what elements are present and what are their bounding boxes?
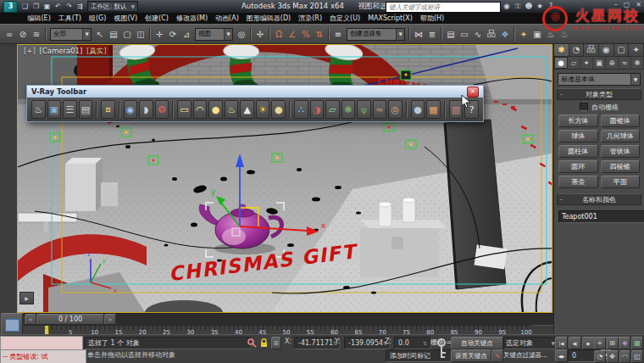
default-tangent-icon[interactable]: ∿: [491, 349, 503, 362]
select-object-icon[interactable]: ↖: [93, 27, 107, 41]
category-space-warps[interactable]: ≈: [619, 57, 631, 69]
select-and-rotate-icon[interactable]: ⟳: [166, 27, 180, 41]
schematic-view-icon[interactable]: 品: [485, 27, 498, 41]
use-pivot-point-center-icon[interactable]: ◎: [235, 27, 248, 41]
vray-rect-light-icon[interactable]: ▭: [177, 100, 192, 119]
menu-item-0[interactable]: 编辑(E): [24, 14, 54, 23]
render-iterative-icon[interactable]: ♨: [558, 27, 571, 41]
vray-asset-lister-icon[interactable]: ☰: [63, 100, 77, 119]
plane-button[interactable]: 平面: [601, 176, 641, 188]
camera-viewport[interactable]: CHRISMAS GIFT: [17, 44, 552, 313]
3dsmax-logo-icon[interactable]: 3: [3, 1, 18, 13]
zoom-extents-icon[interactable]: ◈: [619, 337, 631, 349]
link-scene-icon[interactable]: ⇶: [75, 3, 85, 10]
auto-key-button[interactable]: 自动关键点: [451, 337, 503, 349]
maxscript-mini-listener-input[interactable]: [0, 336, 83, 350]
search-communities-icon[interactable]: ◉: [502, 2, 512, 10]
category-systems[interactable]: ❋: [631, 57, 644, 69]
vray-dome-light-icon[interactable]: ◠: [193, 100, 208, 119]
tab-modify[interactable]: ◔: [569, 42, 585, 56]
zoom-all-icon[interactable]: ⊞: [607, 337, 619, 349]
z-coord-field[interactable]: 0.0⇅: [394, 337, 431, 349]
vray-toolbar-titlebar[interactable]: V-Ray Toolbar ✕: [27, 86, 483, 98]
redo-icon[interactable]: ↷: [64, 3, 74, 10]
window-crossing-icon[interactable]: ◫: [134, 27, 147, 41]
help-icon[interactable]: ?: [546, 2, 556, 10]
vray-hair-icon[interactable]: ≈: [373, 100, 387, 119]
maxscript-mini-listener-output[interactable]: -- 类型错误: 试: [0, 349, 86, 363]
vray-framebuffer-icon[interactable]: ▣: [47, 100, 62, 119]
menu-item-8[interactable]: 渲染(R): [295, 14, 326, 23]
graphite-ribbon-icon[interactable]: ▭: [458, 27, 471, 41]
keyhelp-icon[interactable]: ⚿: [513, 2, 523, 11]
vray-fur-icon[interactable]: ❋: [341, 100, 356, 119]
cylinder-button[interactable]: 圆柱体: [558, 145, 598, 158]
menu-item-10[interactable]: MAXScript(X): [364, 14, 417, 22]
menu-item-3[interactable]: 视图(V): [110, 14, 142, 23]
curve-editor-icon[interactable]: ∿: [471, 27, 485, 41]
name-color-rollout[interactable]: - 名称和颜色: [557, 193, 641, 205]
next-frame-slider-button[interactable]: >: [104, 314, 116, 325]
menu-item-6[interactable]: 动画(A): [212, 14, 243, 23]
menu-item-9[interactable]: 自定义(U): [326, 14, 364, 23]
box-button[interactable]: 长方体: [558, 114, 598, 127]
viewport-shading-mode[interactable]: [真实]: [86, 47, 107, 55]
tube-button[interactable]: 管状体: [601, 145, 641, 158]
viewport-menu-expand[interactable]: [+]: [24, 47, 36, 55]
vray-toolbar-settings-icon[interactable]: ▦: [426, 100, 441, 119]
material-editor-icon[interactable]: ❖: [498, 27, 512, 41]
angle-snap-toggle-icon[interactable]: ∠: [286, 27, 299, 41]
percent-snap-toggle-icon[interactable]: %: [299, 27, 313, 41]
open-mini-curve-editor-button[interactable]: [1, 313, 23, 337]
cone-button[interactable]: 圆锥体: [601, 114, 641, 127]
favorites-star-icon[interactable]: ★: [535, 2, 545, 10]
render-production-icon[interactable]: ♨: [544, 27, 558, 41]
previous-frame-button[interactable]: ◀|: [569, 337, 581, 349]
select-and-scale-icon[interactable]: ⊿: [180, 27, 193, 41]
sign-in-icon[interactable]: ☻: [524, 2, 534, 10]
sphere-button[interactable]: 球体: [558, 130, 598, 142]
vray-ambient-light-icon[interactable]: ●: [271, 100, 286, 119]
viewport-camera-name[interactable]: [Camera01]: [39, 47, 82, 55]
menu-item-7[interactable]: 图形编辑器(D): [242, 14, 294, 23]
maximize-viewport-toggle-icon[interactable]: ▦: [631, 337, 643, 349]
time-slider[interactable]: < 0 / 100 >: [24, 313, 555, 326]
absolute-offset-toggle-icon[interactable]: ⊞: [271, 337, 281, 349]
vray-grass-icon[interactable]: ψ: [357, 100, 371, 119]
vray-mesh-light-icon[interactable]: ♨: [225, 100, 239, 119]
y-coord-field[interactable]: -139.0954⇅: [344, 337, 390, 349]
set-key-button[interactable]: 设置关键点: [451, 349, 491, 362]
tab-motion[interactable]: ◉: [599, 42, 614, 56]
tab-create[interactable]: ✱: [554, 42, 569, 56]
object-name-field[interactable]: [558, 210, 644, 223]
vray-dome-camera-icon[interactable]: ◗: [139, 100, 153, 119]
spinner-snap-toggle-icon[interactable]: ⇅: [313, 27, 326, 41]
set-keys-key-button[interactable]: [436, 338, 448, 360]
unlink-selection-icon[interactable]: ⊘: [16, 27, 30, 41]
tab-hierarchy[interactable]: 品: [584, 42, 599, 56]
mirror-icon[interactable]: ⋈: [412, 27, 425, 41]
save-file-icon[interactable]: ▣: [42, 3, 52, 10]
vray-physical-camera-icon[interactable]: ❂: [155, 100, 169, 119]
tab-utilities[interactable]: ✦: [629, 42, 644, 56]
previous-frame-slider-button[interactable]: <: [25, 314, 36, 325]
category-cameras[interactable]: ▣: [593, 57, 606, 69]
new-file-icon[interactable]: ❏: [20, 3, 30, 10]
vray-toolbar-window[interactable]: V-Ray Toolbar ✕ ♨▣☰▤¤◉◗❂▭◠●♨▲☀●∴◑▱❋ψ≈◎●▦…: [26, 85, 484, 122]
primitive-category-dropdown[interactable]: 标准基本体 ▼: [558, 73, 641, 86]
edit-named-selection-sets-icon[interactable]: ≡: [331, 27, 345, 41]
key-mode-toggle[interactable]: ◀▶: [555, 349, 568, 362]
zoom-icon[interactable]: +: [594, 337, 606, 349]
selection-lock-icon[interactable]: [259, 338, 269, 348]
select-and-move-icon[interactable]: ✛: [153, 27, 166, 41]
undo-icon[interactable]: ↶: [53, 3, 63, 10]
selection-filter-dropdown[interactable]: 全部▼: [50, 28, 92, 41]
layer-manager-icon[interactable]: ▤: [444, 27, 458, 41]
time-slider-handle[interactable]: 0 / 100: [36, 314, 104, 325]
vray-render-teapot-icon[interactable]: ♨: [31, 100, 46, 119]
category-geometry[interactable]: ●: [554, 57, 568, 69]
category-lights[interactable]: ✦: [580, 57, 593, 69]
menu-item-4[interactable]: 创建(C): [142, 14, 173, 23]
minimize-button[interactable]: –: [614, 1, 618, 8]
isolate-selection-icon[interactable]: [247, 338, 257, 348]
